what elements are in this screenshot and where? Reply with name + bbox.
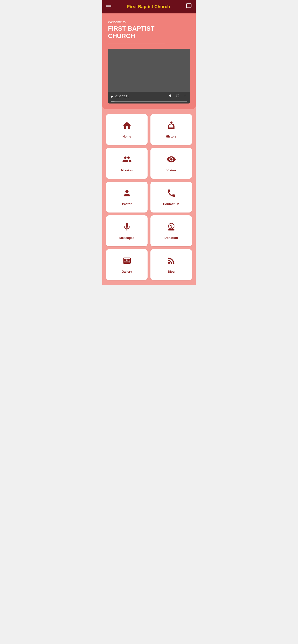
microphone-icon: [122, 222, 132, 233]
menu-label-history: History: [166, 135, 177, 138]
header: First Baptist Church: [102, 0, 196, 14]
progress-track: [111, 100, 187, 102]
menu-item-home[interactable]: Home: [106, 114, 147, 145]
menu-item-vision[interactable]: Vision: [151, 148, 192, 179]
person-icon: [122, 188, 132, 199]
menu-item-history[interactable]: History: [151, 114, 192, 145]
menu-item-donation[interactable]: $ Donation: [151, 216, 192, 246]
donate-icon: $: [167, 222, 176, 233]
svg-rect-5: [168, 229, 175, 230]
menu-label-donation: Donation: [164, 236, 178, 240]
progress-fill: [111, 100, 115, 102]
video-controls: ▶ 0:00 / 2:15: [108, 92, 190, 100]
video-play-button[interactable]: ▶: [111, 94, 113, 98]
svg-text:$: $: [170, 224, 173, 229]
video-screen: [108, 49, 190, 92]
svg-rect-9: [124, 262, 129, 263]
phone-container: First Baptist Church Welcome to FIRST BA…: [102, 0, 196, 285]
people-icon: [122, 154, 132, 166]
video-mute-icon[interactable]: [169, 94, 173, 99]
menu-item-pastor[interactable]: Pastor: [106, 182, 147, 212]
main-content: Home History: [102, 109, 196, 285]
menu-item-mission[interactable]: Mission: [106, 148, 147, 179]
menu-label-messages: Messages: [119, 236, 134, 240]
video-time: 0:00 / 2:15: [115, 95, 167, 98]
welcome-section: Welcome to FIRST BAPTISTCHURCH ▶ 0:00 / …: [102, 14, 196, 109]
home-icon: [122, 121, 132, 132]
header-title: First Baptist Church: [127, 4, 170, 9]
menu-icon[interactable]: [106, 5, 111, 8]
welcome-subtitle: Welcome to: [108, 20, 190, 24]
chat-icon[interactable]: [186, 3, 192, 10]
phone-icon: [167, 188, 176, 199]
blog-icon: [167, 256, 176, 267]
menu-label-pastor: Pastor: [122, 202, 131, 206]
menu-label-vision: Vision: [167, 168, 176, 172]
menu-grid: Home History: [106, 114, 192, 280]
menu-item-blog[interactable]: Blog: [151, 249, 192, 280]
menu-item-messages[interactable]: Messages: [106, 216, 147, 246]
video-fullscreen-icon[interactable]: [176, 94, 180, 99]
video-control-icons: [169, 94, 187, 99]
video-player[interactable]: ▶ 0:00 / 2:15: [108, 49, 190, 104]
menu-label-blog: Blog: [168, 270, 175, 273]
welcome-title: FIRST BAPTISTCHURCH: [108, 25, 190, 40]
menu-label-contact: Contact Us: [163, 202, 180, 206]
menu-label-home: Home: [122, 135, 131, 138]
menu-item-contact[interactable]: Contact Us: [151, 182, 192, 212]
svg-rect-7: [124, 259, 126, 261]
svg-rect-8: [127, 259, 129, 261]
eye-icon: [167, 154, 176, 166]
welcome-divider: [108, 44, 165, 44]
video-progress-bar[interactable]: [108, 100, 190, 104]
menu-label-mission: Mission: [121, 168, 132, 172]
menu-label-gallery: Gallery: [121, 270, 132, 273]
church-icon: [167, 121, 176, 132]
svg-rect-2: [126, 190, 127, 190]
gallery-icon: [122, 256, 132, 267]
menu-item-gallery[interactable]: Gallery: [106, 249, 147, 280]
video-more-icon[interactable]: [183, 94, 187, 99]
svg-rect-0: [171, 122, 172, 123]
